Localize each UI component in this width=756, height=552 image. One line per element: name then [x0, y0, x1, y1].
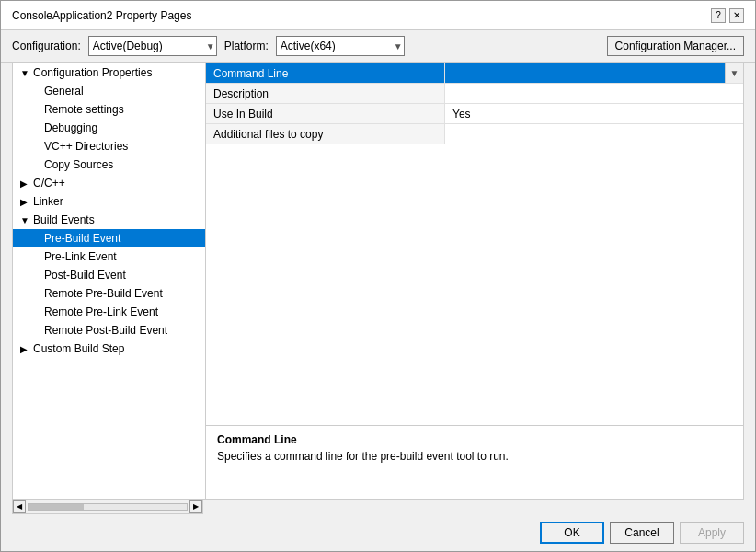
config-manager-button[interactable]: Configuration Manager...: [607, 36, 744, 56]
sidebar-item-config-props[interactable]: ▼Configuration Properties: [13, 63, 205, 82]
sidebar-label-general: General: [44, 85, 84, 98]
sidebar-label-pre-build-event: Pre-Build Event: [44, 232, 120, 245]
bottom-bar: OK Cancel Apply: [1, 514, 755, 551]
expand-icon-build-events: ▼: [20, 215, 31, 225]
sidebar-label-cpp: C/C++: [33, 177, 65, 190]
sidebar-scrollbar[interactable]: ◀ ▶: [12, 500, 203, 514]
help-button[interactable]: ?: [711, 8, 726, 23]
prop-name-2: Use In Build: [206, 104, 445, 123]
scroll-thumb[interactable]: [29, 504, 84, 510]
platform-label: Platform:: [224, 40, 269, 52]
sidebar: ▼Configuration PropertiesGeneralRemote s…: [13, 63, 206, 499]
sidebar-item-pre-build-event[interactable]: Pre-Build Event: [13, 229, 205, 247]
platform-select-wrapper: Active(x64) ▼: [276, 36, 405, 56]
prop-row-2[interactable]: Use In BuildYes: [206, 104, 743, 124]
sidebar-item-custom-build-step[interactable]: ▶Custom Build Step: [13, 339, 205, 358]
scroll-track: [28, 503, 188, 511]
sidebar-item-remote-post-build-event[interactable]: Remote Post-Build Event: [13, 321, 205, 339]
sidebar-item-post-build-event[interactable]: Post-Build Event: [13, 266, 205, 284]
expand-icon-config-props: ▼: [20, 68, 31, 78]
cancel-button[interactable]: Cancel: [610, 522, 674, 544]
close-button[interactable]: ✕: [729, 8, 744, 23]
sidebar-label-debugging: Debugging: [44, 121, 97, 134]
prop-row-1[interactable]: Description: [206, 84, 743, 104]
sidebar-item-cpp[interactable]: ▶C/C++: [13, 174, 205, 192]
sidebar-item-remote-pre-build-event[interactable]: Remote Pre-Build Event: [13, 284, 205, 303]
prop-row-3[interactable]: Additional files to copy: [206, 124, 743, 144]
property-pages-dialog: ConsoleApplication2 Property Pages ? ✕ C…: [0, 0, 756, 552]
prop-name-3: Additional files to copy: [206, 124, 445, 144]
right-panel: Command Line▼DescriptionUse In BuildYesA…: [206, 63, 743, 499]
expand-icon-linker: ▶: [20, 197, 31, 207]
config-row: Configuration: Active(Debug) ▼ Platform:…: [1, 30, 755, 63]
sidebar-label-build-events: Build Events: [33, 213, 95, 226]
sidebar-item-linker[interactable]: ▶Linker: [13, 192, 205, 211]
title-bar: ConsoleApplication2 Property Pages ? ✕: [1, 1, 755, 30]
prop-dropdown-arrow-0[interactable]: ▼: [725, 63, 743, 83]
sidebar-item-remote-pre-link-event[interactable]: Remote Pre-Link Event: [13, 303, 205, 321]
config-label: Configuration:: [12, 40, 81, 52]
prop-value-2: Yes: [445, 104, 743, 123]
sidebar-label-custom-build-step: Custom Build Step: [33, 342, 124, 355]
prop-name-0: Command Line: [206, 63, 445, 83]
prop-value-0: [445, 63, 725, 83]
scroll-left-btn[interactable]: ◀: [13, 500, 26, 513]
sidebar-label-pre-link-event: Pre-Link Event: [44, 250, 117, 263]
sidebar-item-build-events[interactable]: ▼Build Events: [13, 211, 205, 229]
main-content: ▼Configuration PropertiesGeneralRemote s…: [12, 63, 744, 500]
sidebar-label-remote-post-build-event: Remote Post-Build Event: [44, 324, 167, 337]
prop-row-0[interactable]: Command Line▼: [206, 63, 743, 84]
title-bar-controls: ? ✕: [711, 8, 744, 23]
info-panel-description: Specifies a command line for the pre-bui…: [217, 450, 732, 463]
apply-button[interactable]: Apply: [680, 522, 744, 544]
prop-value-1: [445, 84, 743, 103]
expand-icon-custom-build-step: ▶: [20, 344, 31, 354]
sidebar-label-remote-pre-link-event: Remote Pre-Link Event: [44, 305, 158, 318]
sidebar-item-pre-link-event[interactable]: Pre-Link Event: [13, 247, 205, 266]
info-panel-title: Command Line: [217, 433, 732, 446]
sidebar-label-linker: Linker: [33, 195, 63, 208]
sidebar-label-remote-settings: Remote settings: [44, 103, 124, 116]
sidebar-item-debugging[interactable]: Debugging: [13, 119, 205, 137]
sidebar-item-remote-settings[interactable]: Remote settings: [13, 100, 205, 119]
sidebar-item-vcpp-dirs[interactable]: VC++ Directories: [13, 137, 205, 155]
dialog-title: ConsoleApplication2 Property Pages: [12, 9, 191, 22]
sidebar-label-copy-sources: Copy Sources: [44, 158, 113, 171]
sidebar-item-copy-sources[interactable]: Copy Sources: [13, 155, 205, 174]
info-panel: Command Line Specifies a command line fo…: [206, 425, 743, 499]
expand-icon-cpp: ▶: [20, 178, 31, 189]
config-select-wrapper: Active(Debug) ▼: [88, 36, 217, 56]
ok-button[interactable]: OK: [540, 522, 604, 544]
platform-select[interactable]: Active(x64): [276, 36, 405, 56]
sidebar-label-config-props: Configuration Properties: [33, 66, 152, 79]
config-select[interactable]: Active(Debug): [88, 36, 217, 56]
sidebar-label-remote-pre-build-event: Remote Pre-Build Event: [44, 287, 163, 300]
prop-name-1: Description: [206, 84, 445, 103]
prop-value-3: [445, 124, 743, 144]
sidebar-label-post-build-event: Post-Build Event: [44, 269, 126, 282]
sidebar-item-general[interactable]: General: [13, 82, 205, 100]
sidebar-label-vcpp-dirs: VC++ Directories: [44, 140, 128, 153]
property-table: Command Line▼DescriptionUse In BuildYesA…: [206, 63, 743, 425]
scroll-right-btn[interactable]: ▶: [189, 500, 202, 513]
